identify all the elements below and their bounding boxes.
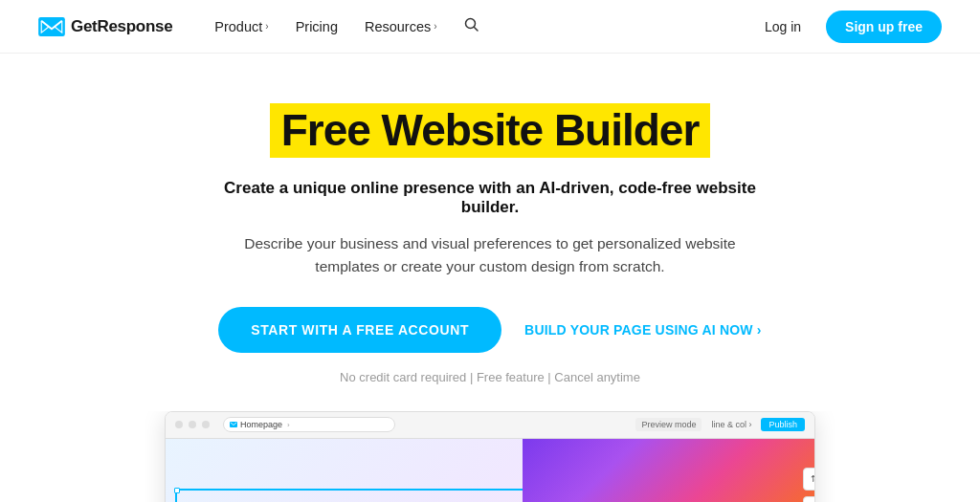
logo-icon [38,17,65,36]
browser-dot-1 [175,421,183,428]
search-icon[interactable] [453,10,491,43]
selection-handle-tl [174,488,180,493]
browser-mockup: Homepage › Preview mode line & col › Pub… [165,411,815,502]
browser-preview-area: Homepage › Preview mode line & col › Pub… [145,411,835,502]
hero-section: Free Website Builder Create a unique onl… [0,54,980,502]
nav-pricing[interactable]: Pricing [284,11,349,42]
hero-description: Describe your business and visual prefer… [241,232,739,278]
browser-preview-label: Preview mode [635,418,702,431]
nav-right-actions: Log in Sign up free [751,11,942,43]
browser-publish-button[interactable]: Publish [761,418,805,431]
browser-bar: Homepage › Preview mode line & col › Pub… [166,412,814,439]
svg-rect-0 [38,17,65,36]
logo-text: GetResponse [71,17,172,36]
build-with-ai-button[interactable]: BUILD YOUR PAGE USING AI NOW › [524,322,762,338]
browser-right-panel: ⇅ + [803,468,814,502]
login-button[interactable]: Log in [751,11,814,42]
browser-dot-2 [189,421,196,428]
nav-product[interactable]: Product › [203,11,279,42]
share-icon-btn[interactable]: ⇅ [803,468,814,491]
product-chevron-icon: › [265,21,268,32]
resources-chevron-icon: › [434,21,436,32]
hero-actions: START WITH A FREE ACCOUNT BUILD YOUR PAG… [218,307,761,353]
navbar: GetResponse Product › Pricing Resources … [0,0,980,54]
signup-button[interactable]: Sign up free [826,11,942,43]
browser-right-image: ✕ [523,439,814,502]
nav-resources[interactable]: Resources › [353,11,449,42]
hero-title: Free Website Builder [270,103,711,158]
hero-subtitle: Create a unique online presence with an … [203,179,777,217]
browser-logo-mini [230,422,237,427]
svg-line-2 [474,28,478,32]
start-free-account-button[interactable]: START WITH A FREE ACCOUNT [218,307,501,353]
add-icon-btn[interactable]: + [803,496,814,502]
disclaimer-text: No credit card required | Free feature |… [340,370,640,384]
logo-link[interactable]: GetResponse [38,17,172,36]
nav-links: Product › Pricing Resources › [203,10,751,43]
browser-left-panel [166,439,523,502]
browser-url-bar: Homepage › [223,417,395,432]
browser-dot-3 [202,421,210,428]
browser-content: ✕ ⇅ + [166,439,814,502]
